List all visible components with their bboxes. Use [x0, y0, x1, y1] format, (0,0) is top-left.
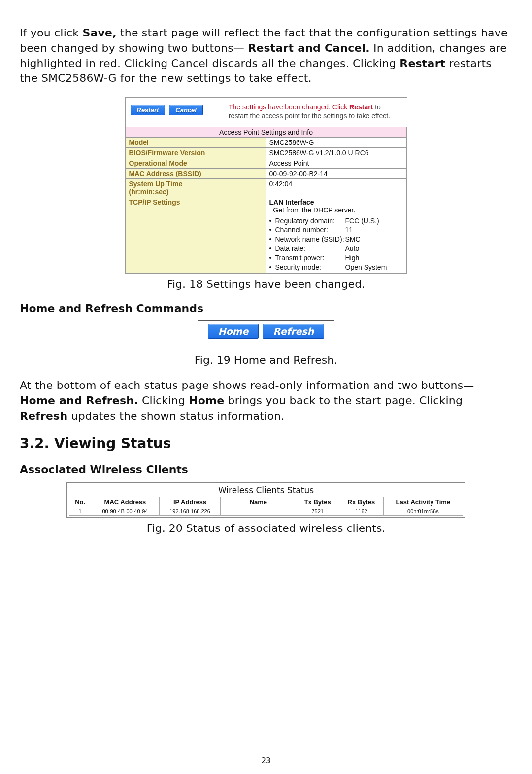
wlan-ch-value: 11 — [345, 225, 403, 235]
wlan-rate-value: Auto — [345, 244, 403, 253]
hr-text: brings you back to the start page. Click… — [228, 394, 463, 407]
cell-no: 1 — [69, 507, 91, 516]
wlan-tx-label: Transmit power: — [275, 253, 345, 263]
settings-changed-notice: The settings have been changed. Click Re… — [229, 103, 402, 120]
label-tcpip: TCP/IP Settings — [126, 197, 266, 215]
label-model: Model — [126, 137, 266, 147]
col-rx: Rx Bytes — [339, 497, 384, 507]
fig19-button-bar: Home Refresh — [198, 320, 334, 342]
intro-text: If you click — [20, 27, 82, 39]
value-uptime: 0:42:04 — [266, 178, 406, 197]
section-3-2-title: 3.2. Viewing Status — [20, 435, 512, 452]
hr-text: Clicking — [142, 394, 189, 407]
value-opmode: Access Point — [266, 158, 406, 168]
page-number: 23 — [0, 756, 532, 765]
settings-table: Access Point Settings and Info Model SMC… — [126, 127, 407, 274]
table-row: 1 00-90-4B-00-40-94 192.168.168.226 7521… — [69, 507, 463, 516]
wlan-sec-value: Open System — [345, 263, 403, 272]
wlan-ssid-value: SMC — [345, 235, 403, 244]
home-refresh-heading: Home and Refresh Commands — [20, 302, 512, 315]
col-last: Last Activity Time — [383, 497, 463, 507]
cancel-button[interactable]: Cancel — [169, 105, 203, 115]
label-bios: BIOS/Firmware Version — [126, 147, 266, 158]
value-mac: 00-09-92-00-B2-14 — [266, 168, 406, 178]
intro-restart-cancel: Restart and Cancel. — [248, 42, 370, 54]
label-wlan — [126, 215, 266, 273]
hr-home-refresh-words: Home and Refresh. — [20, 394, 138, 407]
label-uptime: System Up Time (hr:min:sec) — [126, 178, 266, 197]
notice-restart-word: Restart — [349, 103, 373, 111]
cell-rx: 1162 — [339, 507, 384, 516]
cell-last: 00h:01m:56s — [383, 507, 463, 516]
value-tcpip: LAN Interface Get from the DHCP server. — [266, 197, 406, 215]
restart-button[interactable]: Restart — [131, 105, 166, 115]
cell-name — [221, 507, 296, 516]
value-bios: SMC2586W-G v1.2/1.0.0 U RC6 — [266, 147, 406, 158]
table-header-row: No. MAC Address IP Address Name Tx Bytes… — [69, 497, 463, 507]
intro-paragraph: If you click Save, the start page will r… — [20, 26, 512, 86]
hr-text: updates the shown status information. — [71, 410, 285, 422]
home-button[interactable]: Home — [208, 324, 259, 339]
cell-tx: 7521 — [296, 507, 339, 516]
value-model: SMC2586W-G — [266, 137, 406, 147]
fig20-caption: Fig. 20 Status of associated wireless cl… — [20, 522, 512, 534]
home-refresh-paragraph: At the bottom of each status page shows … — [20, 378, 512, 423]
clients-table: No. MAC Address IP Address Name Tx Bytes… — [69, 497, 463, 516]
fig20-clients-panel: Wireless Clients Status No. MAC Address … — [66, 482, 466, 518]
col-name: Name — [221, 497, 296, 507]
wlan-sec-label: Security mode: — [275, 263, 345, 272]
col-no: No. — [69, 497, 91, 507]
wlan-reg-label: Regulatory domain: — [275, 216, 345, 226]
col-tx: Tx Bytes — [296, 497, 339, 507]
settings-table-title: Access Point Settings and Info — [126, 127, 406, 137]
label-uptime-line1: System Up Time — [129, 180, 183, 188]
cell-mac: 00-90-4B-00-40-94 — [91, 507, 159, 516]
intro-save-word: Save, — [82, 27, 116, 39]
fig18-settings-panel: Restart Cancel The settings have been ch… — [125, 97, 407, 274]
hr-text: At the bottom of each status page shows … — [20, 379, 474, 391]
cell-ip: 192.168.168.226 — [159, 507, 221, 516]
label-mac: MAC Address (BSSID) — [126, 168, 266, 178]
section-3-2-sub: Associated Wireless Clients — [20, 463, 512, 476]
intro-restart-word: Restart — [399, 57, 445, 70]
wlan-ssid-label: Network name (SSID): — [275, 235, 345, 244]
wlan-tx-value: High — [345, 253, 403, 263]
notice-text: The settings have been changed. Click — [229, 103, 349, 111]
label-opmode: Operational Mode — [126, 158, 266, 168]
col-ip: IP Address — [159, 497, 221, 507]
hr-refresh-word: Refresh — [20, 410, 67, 422]
tcpip-dhcp-note: Get from the DHCP server. — [273, 206, 355, 214]
fig18-caption: Fig. 18 Settings have been changed. — [20, 278, 512, 290]
col-mac: MAC Address — [91, 497, 159, 507]
tcpip-lan-interface: LAN Interface — [269, 198, 314, 206]
label-uptime-line2: (hr:min:sec) — [129, 188, 169, 196]
wlan-rate-label: Data rate: — [275, 244, 345, 253]
value-wlan: Regulatory domain:FCC (U.S.) Channel num… — [266, 215, 406, 273]
fig19-caption: Fig. 19 Home and Refresh. — [20, 354, 512, 366]
refresh-button[interactable]: Refresh — [263, 324, 324, 339]
wlan-reg-value: FCC (U.S.) — [345, 216, 403, 226]
clients-table-title: Wireless Clients Status — [69, 484, 463, 497]
wlan-ch-label: Channel number: — [275, 225, 345, 235]
hr-home-word: Home — [189, 394, 224, 407]
